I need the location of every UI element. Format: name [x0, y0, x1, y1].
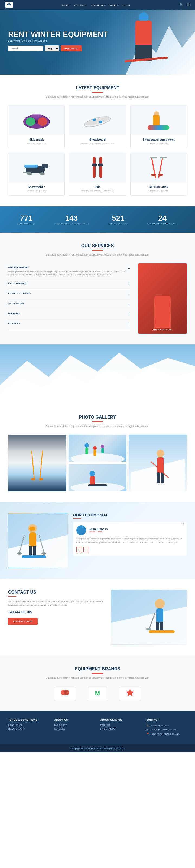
svg-rect-18: [93, 157, 95, 178]
gallery-item-2[interactable]: [68, 435, 127, 462]
svg-line-32: [32, 451, 34, 480]
search-input[interactable]: [8, 46, 43, 51]
stats-section: 771 Equipments 143 Experience Instructor…: [0, 206, 195, 232]
service-toggle-5[interactable]: +: [128, 322, 130, 327]
service-toggle-1[interactable]: +: [128, 282, 130, 286]
footer-col-2: ABOUT US BLOG POST SERVICES: [54, 718, 95, 737]
service-title-1: RACE TRAINING: [8, 282, 28, 285]
footer-col-4: CONTACT 📞 +1-96-7628-3096 ✉ OFFICE@EXAMP…: [146, 718, 187, 737]
testimonial-navigation: ‹ ›: [76, 547, 184, 552]
equipment-grid: Skis mask Unisex | 7$ per day Snowboard …: [8, 105, 187, 195]
skis-desc: Unisex | 20$ per day | Size: 5ft-8ft: [72, 189, 123, 192]
nav-blog[interactable]: BLOG: [123, 2, 130, 7]
svg-rect-56: [29, 527, 35, 530]
footer-item-pricings[interactable]: PRICINGS: [100, 724, 141, 726]
brand-1[interactable]: [54, 687, 76, 700]
skis-info: Skis Unisex | 20$ per day | Size: 5ft-8f…: [69, 183, 126, 195]
testimonial-prev-button[interactable]: ‹: [76, 547, 82, 552]
service-item-booking[interactable]: BOOKING +: [8, 309, 130, 319]
testimonial-card: " Brian Bronson, Business Man Excepteur …: [73, 522, 187, 556]
search-icon[interactable]: 🔍: [179, 3, 183, 7]
snowmobile-name: Snowmobile: [11, 185, 62, 188]
footer-item-latest-news[interactable]: LATEST NEWS: [100, 728, 141, 730]
nav-home[interactable]: HOME: [62, 2, 70, 7]
services-title: OUR SERVICES: [8, 243, 187, 248]
contact-now-button[interactable]: CONTACT NOW: [8, 618, 38, 625]
service-title-5: PRICINGS: [8, 322, 20, 325]
svg-rect-42: [101, 448, 104, 454]
equipment-card-snowmobile[interactable]: Snowmobile Unisex | 30$ per day: [8, 153, 65, 195]
reviewer-name: Brian Bronson,: [89, 528, 108, 530]
service-item-race[interactable]: RACE TRAINING +: [8, 279, 130, 289]
gallery-item-3[interactable]: [129, 435, 187, 491]
email-icon: ✉: [146, 728, 148, 731]
svg-rect-46: [157, 472, 160, 483]
instructor-figure: [138, 264, 187, 334]
latest-equipment-section: LATEST EQUIPMENT Duis aute irure dolor i…: [0, 74, 195, 206]
instructor-label: INSTRUCTOR: [138, 328, 187, 331]
logo[interactable]: [5, 2, 13, 8]
brand-3[interactable]: [119, 687, 141, 700]
service-item-pricing[interactable]: PRICINGS +: [8, 319, 130, 329]
stat-experience: 24 Years Of Experience: [148, 214, 176, 225]
footer-item-about-blog[interactable]: BLOG POST: [54, 724, 95, 726]
footer-item-phone[interactable]: 📞 +1-96-7628-3096: [146, 724, 187, 727]
svg-rect-59: [33, 546, 36, 557]
service-toggle-3[interactable]: +: [128, 302, 130, 306]
filter-select[interactable]: Any: [45, 45, 59, 51]
contact-title: CONTACT US: [8, 590, 103, 595]
footer-item-contact[interactable]: LEGAL & POLICY: [8, 728, 49, 730]
navbar: HOME LISTINGS ELEMENTS PAGES BLOG 🔍 ☰: [0, 0, 195, 10]
service-toggle-4[interactable]: +: [128, 312, 130, 316]
nav-listings[interactable]: LISTINGS: [75, 2, 87, 7]
service-text-0: Lorem ipsum dolor sit amet, consectetur …: [8, 270, 128, 276]
footer-item-email[interactable]: ✉ OFFICE@EXAMPLE.COM: [146, 728, 187, 731]
stat-instructors: 143 Experience Instructors: [55, 214, 88, 225]
gallery-section: PHOTO GALLERY Duis aute irure dolor in r…: [0, 404, 195, 502]
menu-icon[interactable]: ☰: [187, 3, 190, 7]
svg-point-24: [151, 174, 156, 176]
sp-body: [153, 115, 160, 126]
service-item-private[interactable]: PRIVATE LESSONS +: [8, 289, 130, 299]
footer-item-about-services[interactable]: SERVICES: [54, 728, 95, 730]
svg-point-26: [158, 174, 163, 176]
nav-pages[interactable]: PAGES: [109, 2, 118, 7]
footer-col-3: ABOUT SERVICE PRICINGS LATEST NEWS: [100, 718, 141, 737]
equipment-card-poles[interactable]: Ski Pole stick Unisex | 17$ per day: [130, 153, 187, 195]
snowboard-person: [148, 111, 169, 130]
stat-equipments-number: 771: [19, 214, 34, 222]
brands-title: EQUIPMENT BRANDS: [8, 666, 187, 672]
svg-rect-71: [149, 630, 175, 633]
poles-desc: Unisex | 17$ per day: [133, 189, 184, 192]
nav-icons: 🔍 ☰: [179, 3, 190, 7]
footer-item-terms[interactable]: CONTACT US: [8, 724, 49, 726]
snowboard-eq-image: [131, 105, 187, 135]
brand-2[interactable]: M: [87, 687, 108, 700]
service-item-equipment[interactable]: OUR EQUIPMENT Lorem ipsum dolor sit amet…: [8, 264, 130, 279]
stat-instructors-label: Experience Instructors: [55, 222, 88, 225]
nav-elements[interactable]: ELEMENTS: [91, 2, 105, 7]
equipment-card-snowboard-eq[interactable]: Snowboard equipment Unisex | 35$ per day: [130, 105, 187, 148]
video-section: [0, 344, 195, 404]
equipment-card-snowboard[interactable]: Snowboard Unisex | 20$ per day | Size: 5…: [69, 105, 126, 148]
contact-image: [111, 590, 187, 645]
equipment-card-goggles[interactable]: Skis mask Unisex | 7$ per day: [8, 105, 65, 148]
testimonial-next-button[interactable]: ›: [83, 547, 89, 552]
snowboard-eq-name: Snowboard equipment: [133, 138, 184, 141]
find-now-button[interactable]: Find Now: [61, 45, 82, 51]
svg-rect-51: [90, 476, 95, 486]
snowmobile-info: Snowmobile Unisex | 30$ per day: [8, 183, 64, 195]
service-toggle-2[interactable]: +: [128, 292, 130, 297]
service-item-touring[interactable]: SKI TOURING +: [8, 299, 130, 309]
equipment-card-skis[interactable]: Skis Unisex | 20$ per day | Size: 5ft-8f…: [69, 153, 126, 195]
svg-point-13: [39, 172, 45, 176]
testimonial-section: OUR TESTIMONIAL " Brian Bronson, Busines…: [0, 502, 195, 579]
svg-point-50: [89, 471, 95, 476]
service-toggle-0[interactable]: −: [128, 266, 130, 270]
gallery-item-1[interactable]: [8, 435, 66, 491]
gallery-title: PHOTO GALLERY: [8, 415, 187, 420]
footer-col-1: TERMS & CONDITIONS CONTACT US LEGAL & PO…: [8, 718, 49, 737]
footer-item-location[interactable]: 📍 NEW YORK, PETE COLLINS: [146, 733, 187, 736]
gallery-item-4[interactable]: [68, 464, 127, 491]
hero-title: RENT WINTER EQUIPMENT: [8, 30, 108, 39]
